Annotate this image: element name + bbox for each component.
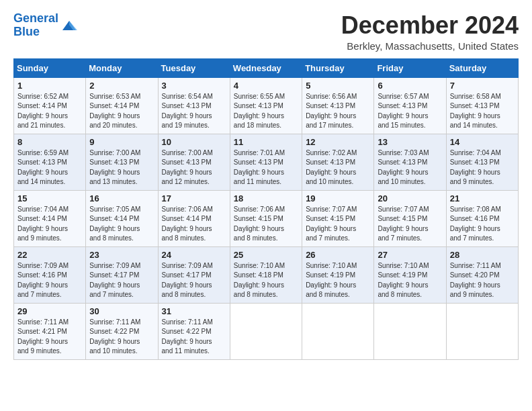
calendar-cell: 4Sunrise: 6:55 AMSunset: 4:13 PMDaylight… xyxy=(230,77,302,134)
calendar-cell: 30Sunrise: 7:11 AMSunset: 4:22 PMDayligh… xyxy=(86,303,158,359)
calendar-week-1: 1Sunrise: 6:52 AMSunset: 4:14 PMDaylight… xyxy=(14,77,519,134)
day-number: 30 xyxy=(89,306,154,316)
calendar-table: SundayMondayTuesdayWednesdayThursdayFrid… xyxy=(13,58,519,360)
calendar-cell xyxy=(302,303,374,359)
day-number: 15 xyxy=(17,193,82,203)
cell-content: Sunrise: 7:06 AMSunset: 4:14 PMDaylight:… xyxy=(162,205,226,244)
day-number: 27 xyxy=(378,250,442,260)
header-thursday: Thursday xyxy=(302,58,374,77)
cell-content: Sunrise: 6:52 AMSunset: 4:14 PMDaylight:… xyxy=(17,92,82,131)
day-number: 5 xyxy=(306,81,370,91)
cell-content: Sunrise: 7:02 AMSunset: 4:13 PMDaylight:… xyxy=(306,148,370,187)
calendar-cell xyxy=(230,303,302,359)
day-number: 6 xyxy=(378,81,442,91)
calendar-cell: 1Sunrise: 6:52 AMSunset: 4:14 PMDaylight… xyxy=(14,77,86,134)
day-number: 21 xyxy=(450,193,515,203)
calendar-cell: 3Sunrise: 6:54 AMSunset: 4:13 PMDaylight… xyxy=(158,77,230,134)
cell-content: Sunrise: 6:59 AMSunset: 4:13 PMDaylight:… xyxy=(17,148,82,187)
cell-content: Sunrise: 7:11 AMSunset: 4:22 PMDaylight:… xyxy=(162,318,226,357)
header-sunday: Sunday xyxy=(14,58,86,77)
day-number: 22 xyxy=(17,250,82,260)
cell-content: Sunrise: 7:07 AMSunset: 4:15 PMDaylight:… xyxy=(306,205,370,244)
cell-content: Sunrise: 7:01 AMSunset: 4:13 PMDaylight:… xyxy=(234,148,298,187)
logo-blue: Blue xyxy=(13,25,40,38)
calendar-cell: 28Sunrise: 7:11 AMSunset: 4:20 PMDayligh… xyxy=(446,246,518,303)
calendar-cell: 23Sunrise: 7:09 AMSunset: 4:17 PMDayligh… xyxy=(86,246,158,303)
day-number: 16 xyxy=(89,193,154,203)
cell-content: Sunrise: 7:09 AMSunset: 4:17 PMDaylight:… xyxy=(89,261,154,300)
day-number: 9 xyxy=(89,137,154,147)
calendar-cell: 24Sunrise: 7:09 AMSunset: 4:17 PMDayligh… xyxy=(158,246,230,303)
day-number: 3 xyxy=(162,81,226,91)
header-tuesday: Tuesday xyxy=(158,58,230,77)
day-number: 14 xyxy=(450,137,515,147)
cell-content: Sunrise: 7:04 AMSunset: 4:13 PMDaylight:… xyxy=(450,148,515,187)
title-block: December 2024 Berkley, Massachusetts, Un… xyxy=(341,12,519,52)
logo-general: General xyxy=(13,11,58,25)
calendar-cell: 15Sunrise: 7:04 AMSunset: 4:14 PMDayligh… xyxy=(14,190,86,246)
calendar-cell: 13Sunrise: 7:03 AMSunset: 4:13 PMDayligh… xyxy=(374,134,446,190)
day-number: 24 xyxy=(162,250,226,260)
cell-content: Sunrise: 7:00 AMSunset: 4:13 PMDaylight:… xyxy=(162,148,226,187)
day-number: 28 xyxy=(450,250,515,260)
day-number: 11 xyxy=(234,137,298,147)
calendar-header-row: SundayMondayTuesdayWednesdayThursdayFrid… xyxy=(14,58,519,77)
day-number: 12 xyxy=(306,137,370,147)
calendar-cell xyxy=(446,303,518,359)
header-monday: Monday xyxy=(86,58,158,77)
month-title: December 2024 xyxy=(341,12,519,39)
logo-icon xyxy=(60,18,79,33)
calendar-cell: 14Sunrise: 7:04 AMSunset: 4:13 PMDayligh… xyxy=(446,134,518,190)
cell-content: Sunrise: 6:57 AMSunset: 4:13 PMDaylight:… xyxy=(378,92,442,131)
calendar-cell: 22Sunrise: 7:09 AMSunset: 4:16 PMDayligh… xyxy=(14,246,86,303)
header: General Blue December 2024 Berkley, Mass… xyxy=(13,12,519,52)
day-number: 18 xyxy=(234,193,298,203)
day-number: 8 xyxy=(17,137,82,147)
day-number: 31 xyxy=(162,306,226,316)
cell-content: Sunrise: 7:03 AMSunset: 4:13 PMDaylight:… xyxy=(378,148,442,187)
calendar-cell: 12Sunrise: 7:02 AMSunset: 4:13 PMDayligh… xyxy=(302,134,374,190)
cell-content: Sunrise: 7:10 AMSunset: 4:18 PMDaylight:… xyxy=(234,261,298,300)
calendar-cell xyxy=(374,303,446,359)
day-number: 10 xyxy=(162,137,226,147)
day-number: 29 xyxy=(17,306,82,316)
calendar-week-2: 8Sunrise: 6:59 AMSunset: 4:13 PMDaylight… xyxy=(14,134,519,190)
cell-content: Sunrise: 7:11 AMSunset: 4:21 PMDaylight:… xyxy=(17,318,82,357)
day-number: 17 xyxy=(162,193,226,203)
cell-content: Sunrise: 7:00 AMSunset: 4:13 PMDaylight:… xyxy=(89,148,154,187)
calendar-cell: 29Sunrise: 7:11 AMSunset: 4:21 PMDayligh… xyxy=(14,303,86,359)
day-number: 26 xyxy=(306,250,370,260)
day-number: 19 xyxy=(306,193,370,203)
calendar-cell: 2Sunrise: 6:53 AMSunset: 4:14 PMDaylight… xyxy=(86,77,158,134)
calendar-cell: 18Sunrise: 7:06 AMSunset: 4:15 PMDayligh… xyxy=(230,190,302,246)
cell-content: Sunrise: 7:10 AMSunset: 4:19 PMDaylight:… xyxy=(306,261,370,300)
calendar-cell: 5Sunrise: 6:56 AMSunset: 4:13 PMDaylight… xyxy=(302,77,374,134)
cell-content: Sunrise: 7:11 AMSunset: 4:20 PMDaylight:… xyxy=(450,261,515,300)
header-saturday: Saturday xyxy=(446,58,518,77)
cell-content: Sunrise: 6:58 AMSunset: 4:13 PMDaylight:… xyxy=(450,92,515,131)
cell-content: Sunrise: 7:09 AMSunset: 4:16 PMDaylight:… xyxy=(17,261,82,300)
calendar-week-3: 15Sunrise: 7:04 AMSunset: 4:14 PMDayligh… xyxy=(14,190,519,246)
cell-content: Sunrise: 6:56 AMSunset: 4:13 PMDaylight:… xyxy=(306,92,370,131)
day-number: 2 xyxy=(89,81,154,91)
calendar-cell: 16Sunrise: 7:05 AMSunset: 4:14 PMDayligh… xyxy=(86,190,158,246)
cell-content: Sunrise: 7:10 AMSunset: 4:19 PMDaylight:… xyxy=(378,261,442,300)
calendar-cell: 11Sunrise: 7:01 AMSunset: 4:13 PMDayligh… xyxy=(230,134,302,190)
calendar-cell: 19Sunrise: 7:07 AMSunset: 4:15 PMDayligh… xyxy=(302,190,374,246)
day-number: 4 xyxy=(234,81,298,91)
cell-content: Sunrise: 6:54 AMSunset: 4:13 PMDaylight:… xyxy=(162,92,226,131)
calendar-cell: 20Sunrise: 7:07 AMSunset: 4:15 PMDayligh… xyxy=(374,190,446,246)
calendar-cell: 27Sunrise: 7:10 AMSunset: 4:19 PMDayligh… xyxy=(374,246,446,303)
calendar-cell: 25Sunrise: 7:10 AMSunset: 4:18 PMDayligh… xyxy=(230,246,302,303)
location: Berkley, Massachusetts, United States xyxy=(341,40,519,52)
header-friday: Friday xyxy=(374,58,446,77)
calendar-cell: 6Sunrise: 6:57 AMSunset: 4:13 PMDaylight… xyxy=(374,77,446,134)
logo: General Blue xyxy=(13,12,79,39)
day-number: 25 xyxy=(234,250,298,260)
cell-content: Sunrise: 7:04 AMSunset: 4:14 PMDaylight:… xyxy=(17,205,82,244)
calendar-cell: 10Sunrise: 7:00 AMSunset: 4:13 PMDayligh… xyxy=(158,134,230,190)
day-number: 7 xyxy=(450,81,515,91)
calendar-week-4: 22Sunrise: 7:09 AMSunset: 4:16 PMDayligh… xyxy=(14,246,519,303)
calendar-cell: 31Sunrise: 7:11 AMSunset: 4:22 PMDayligh… xyxy=(158,303,230,359)
day-number: 13 xyxy=(378,137,442,147)
